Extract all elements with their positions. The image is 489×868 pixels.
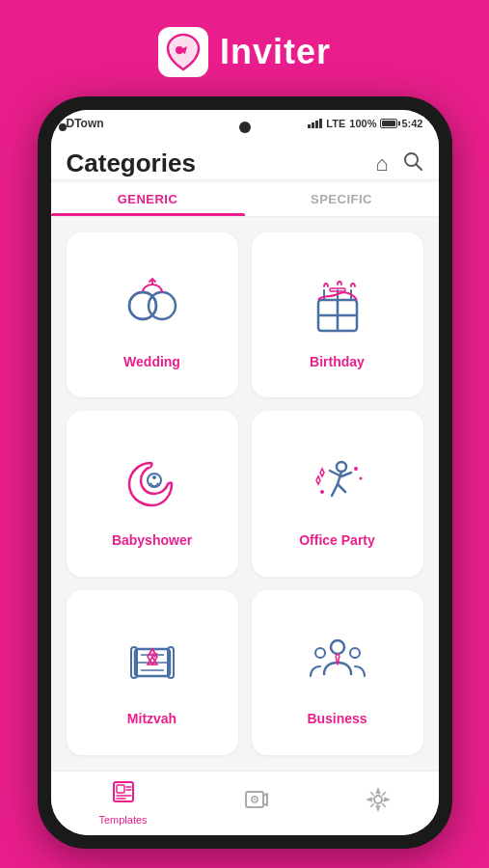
page-title: Categories bbox=[67, 149, 196, 178]
office-party-icon-area bbox=[299, 446, 376, 523]
svg-point-34 bbox=[254, 799, 256, 800]
tab-generic[interactable]: GENERIC bbox=[51, 182, 245, 216]
svg-point-13 bbox=[337, 462, 346, 472]
svg-point-16 bbox=[320, 490, 324, 494]
wedding-icon-area bbox=[114, 267, 191, 344]
battery-percent: 100% bbox=[349, 118, 376, 129]
svg-point-24 bbox=[315, 648, 325, 658]
lte-label: LTE bbox=[326, 118, 345, 129]
category-office-party[interactable]: Office Party bbox=[252, 411, 423, 576]
status-right: LTE 100% 5:42 bbox=[308, 118, 422, 129]
category-birthday[interactable]: Birthday bbox=[252, 232, 423, 397]
category-mitzvah[interactable]: Mitzvah bbox=[67, 590, 238, 755]
birthday-label: Birthday bbox=[310, 354, 365, 369]
svg-rect-27 bbox=[117, 785, 124, 793]
svg-point-12 bbox=[152, 475, 156, 479]
phone-device: DTown LTE 100% 5:42 Categories ⌂ bbox=[38, 96, 452, 849]
category-babyshower[interactable]: Babyshower bbox=[67, 411, 238, 576]
settings-icon bbox=[366, 787, 391, 818]
app-header: Inviter bbox=[158, 0, 331, 96]
wedding-label: Wedding bbox=[123, 354, 180, 369]
app-logo-icon bbox=[158, 27, 208, 77]
videos-icon bbox=[244, 787, 269, 818]
nav-settings[interactable] bbox=[366, 787, 391, 818]
babyshower-label: Babyshower bbox=[112, 532, 192, 548]
svg-point-35 bbox=[374, 796, 382, 803]
bottom-nav: Templates bbox=[51, 771, 439, 835]
carrier-name: DTown bbox=[67, 117, 104, 130]
phone-camera-left bbox=[59, 123, 67, 131]
battery-icon bbox=[380, 119, 397, 128]
tabs-bar: GENERIC SPECIFIC bbox=[51, 182, 439, 217]
tab-specific[interactable]: SPECIFIC bbox=[245, 182, 439, 216]
svg-point-6 bbox=[129, 292, 156, 319]
search-icon[interactable] bbox=[402, 150, 423, 177]
babyshower-icon-area bbox=[114, 446, 191, 523]
mitzvah-label: Mitzvah bbox=[127, 711, 177, 726]
birthday-icon bbox=[303, 271, 372, 340]
babyshower-icon bbox=[118, 449, 187, 519]
birthday-icon-area bbox=[299, 267, 376, 344]
category-business[interactable]: Business bbox=[252, 590, 423, 755]
nav-videos[interactable] bbox=[244, 787, 269, 818]
svg-point-23 bbox=[331, 640, 344, 654]
business-label: Business bbox=[307, 711, 367, 726]
mitzvah-icon bbox=[118, 628, 187, 697]
category-wedding[interactable]: Wedding bbox=[67, 232, 238, 397]
svg-point-15 bbox=[359, 476, 362, 479]
svg-point-14 bbox=[354, 467, 358, 471]
office-party-icon bbox=[303, 449, 372, 519]
header-icons: ⌂ bbox=[375, 150, 422, 177]
page-header: Categories ⌂ bbox=[51, 137, 439, 178]
phone-screen: DTown LTE 100% 5:42 Categories ⌂ bbox=[51, 110, 439, 835]
templates-icon bbox=[111, 779, 136, 810]
wedding-icon bbox=[118, 271, 187, 340]
nav-templates[interactable]: Templates bbox=[98, 779, 147, 826]
mitzvah-icon-area bbox=[114, 624, 191, 701]
home-icon[interactable]: ⌂ bbox=[375, 151, 388, 176]
svg-line-3 bbox=[416, 164, 421, 170]
categories-grid: Wedding Birth bbox=[51, 217, 439, 771]
phone-camera-center bbox=[239, 122, 251, 133]
business-icon-area bbox=[299, 624, 376, 701]
time-display: 5:42 bbox=[401, 118, 422, 129]
svg-point-25 bbox=[350, 648, 360, 658]
business-icon bbox=[303, 628, 372, 697]
signal-icon bbox=[308, 119, 322, 128]
office-party-label: Office Party bbox=[299, 532, 375, 548]
templates-nav-label: Templates bbox=[98, 814, 147, 826]
app-title: Inviter bbox=[220, 32, 331, 72]
